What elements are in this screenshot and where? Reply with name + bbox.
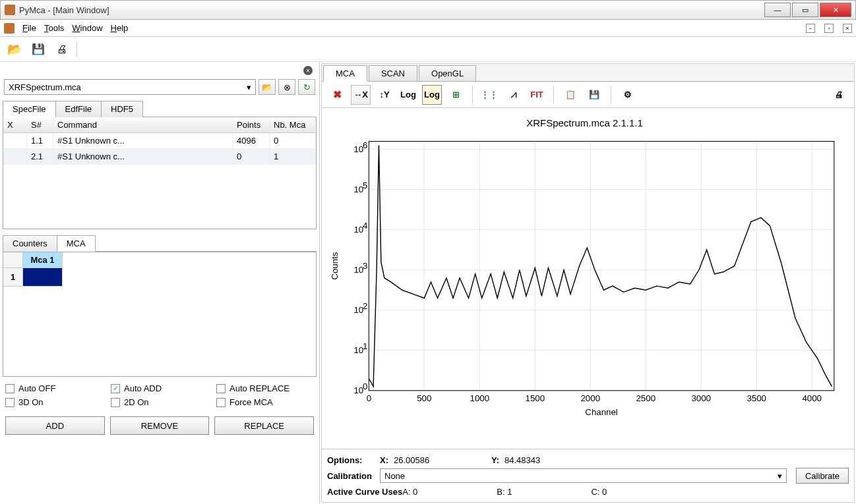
maximize-button[interactable]: ▭ bbox=[792, 3, 818, 17]
app-icon bbox=[5, 5, 15, 15]
close-button[interactable]: ✕ bbox=[820, 3, 851, 17]
clipboard-icon: 📋 bbox=[565, 90, 576, 99]
label-3d-on: 3D On bbox=[18, 397, 44, 407]
file-selector-combo[interactable]: XRFSpectrum.mca ▾ bbox=[4, 79, 256, 95]
log-y-icon: Log bbox=[424, 90, 440, 99]
col-header-points[interactable]: Points bbox=[233, 117, 270, 132]
grid-row-header[interactable]: 1 bbox=[3, 268, 23, 287]
save-button[interactable]: 💾 bbox=[29, 40, 47, 59]
close-file-button[interactable]: ⊗ bbox=[278, 79, 295, 95]
peak-search-button[interactable]: ⩘ bbox=[503, 85, 523, 105]
remove-button[interactable]: REMOVE bbox=[110, 416, 210, 435]
tab-edffile[interactable]: EdfFile bbox=[55, 101, 102, 117]
x-autoscale-button[interactable]: ↔X bbox=[351, 85, 371, 105]
checkbox-auto-off[interactable] bbox=[5, 384, 15, 393]
calibration-select[interactable]: None ▾ bbox=[380, 468, 787, 483]
tab-mca[interactable]: MCA bbox=[57, 235, 96, 252]
print-button[interactable]: 🖨 bbox=[53, 40, 71, 59]
svg-text:Counts: Counts bbox=[330, 252, 340, 279]
save-icon: 💾 bbox=[589, 90, 599, 99]
open-button[interactable]: 📂 bbox=[5, 40, 24, 59]
active-curve-label: Active Curve Uses bbox=[327, 487, 402, 497]
toggle-points-button[interactable]: ⋮⋮ bbox=[479, 85, 499, 105]
save-icon: 💾 bbox=[32, 43, 45, 55]
scan-table: X S# Command Points Nb. Mca 1.1 #S1 Unkn… bbox=[3, 117, 317, 229]
mdi-close-button[interactable]: × bbox=[843, 24, 852, 33]
fit-button[interactable]: FIT bbox=[527, 85, 547, 105]
print-plot-button[interactable]: 🖨 bbox=[829, 85, 849, 105]
spectrum-plot[interactable]: 0500100015002000250030003500400010010110… bbox=[328, 131, 841, 421]
plot-area[interactable]: XRFSpectrum.mca 2.1.1.1 0500100015002000… bbox=[322, 108, 854, 449]
add-button[interactable]: ADD bbox=[5, 416, 105, 435]
svg-text:3000: 3000 bbox=[691, 393, 711, 403]
svg-text:Channel: Channel bbox=[585, 407, 618, 417]
folder-open-icon: 📂 bbox=[262, 82, 272, 92]
chevron-down-icon: ▾ bbox=[247, 82, 251, 92]
checkbox-auto-add[interactable]: ✓ bbox=[111, 384, 120, 393]
svg-text:2: 2 bbox=[363, 301, 367, 311]
open-file-button[interactable]: 📂 bbox=[259, 79, 276, 95]
refresh-icon: ↻ bbox=[303, 82, 311, 92]
cursor-y-label: Y: bbox=[491, 455, 499, 465]
col-header-command[interactable]: Command bbox=[53, 117, 233, 132]
selection-tabs: Counters MCA bbox=[3, 235, 317, 252]
x-arrows-icon: ↔X bbox=[353, 90, 368, 99]
grid-col-header[interactable]: Mca 1 bbox=[23, 252, 63, 268]
cursor-x-label: X: bbox=[380, 455, 388, 465]
peak-icon: ⩘ bbox=[509, 90, 518, 99]
copy-button[interactable]: 📋 bbox=[561, 85, 580, 105]
tab-specfile[interactable]: SpecFile bbox=[3, 101, 56, 117]
tab-scan-plot[interactable]: SCAN bbox=[369, 65, 417, 82]
y-log-button[interactable]: Log bbox=[422, 85, 442, 105]
table-row[interactable]: 2.1 #S1 Unknown c... 0 1 bbox=[3, 149, 316, 165]
reset-zoom-button[interactable]: ✖ bbox=[327, 85, 347, 105]
minimize-button[interactable]: — bbox=[764, 3, 791, 17]
save-plot-button[interactable]: 💾 bbox=[584, 85, 604, 105]
label-auto-add: Auto ADD bbox=[124, 383, 162, 393]
menu-tools[interactable]: Tools bbox=[44, 23, 64, 33]
tab-hdf5[interactable]: HDF5 bbox=[101, 101, 143, 117]
settings-button[interactable]: ⚙ bbox=[618, 85, 638, 105]
fit-icon: FIT bbox=[530, 90, 543, 99]
col-header-nbmca[interactable]: Nb. Mca bbox=[270, 117, 316, 132]
checkbox-force-mca[interactable] bbox=[216, 398, 226, 407]
plot-title: XRFSpectrum.mca 2.1.1.1 bbox=[328, 115, 841, 131]
svg-text:4000: 4000 bbox=[802, 393, 822, 403]
calibration-label: Calibration bbox=[327, 471, 375, 481]
grid-cell-selected[interactable] bbox=[23, 268, 63, 287]
svg-text:0: 0 bbox=[363, 381, 367, 391]
calibrate-button[interactable]: Calibrate bbox=[796, 468, 849, 484]
svg-text:5: 5 bbox=[363, 181, 367, 190]
x-log-button[interactable]: Log bbox=[398, 85, 418, 105]
panel-close-icon[interactable]: × bbox=[303, 66, 313, 75]
checkbox-2d-on[interactable] bbox=[111, 398, 120, 407]
svg-text:4: 4 bbox=[363, 221, 367, 231]
mdi-restore-button[interactable]: ▫ bbox=[824, 24, 834, 33]
file-selector-value: XRFSpectrum.mca bbox=[9, 82, 81, 92]
grid-button[interactable]: ⊞ bbox=[446, 85, 466, 105]
mdi-minimize-button[interactable]: − bbox=[806, 24, 815, 33]
printer-icon: 🖨 bbox=[57, 43, 67, 55]
svg-text:1500: 1500 bbox=[526, 393, 545, 403]
grid-icon: ⊞ bbox=[452, 90, 460, 99]
y-autoscale-button[interactable]: ↕Y bbox=[375, 85, 394, 105]
svg-text:3: 3 bbox=[363, 261, 367, 271]
table-row[interactable]: 1.1 #S1 Unknown c... 4096 0 bbox=[3, 133, 316, 149]
svg-text:500: 500 bbox=[417, 393, 431, 403]
label-auto-replace: Auto REPLACE bbox=[229, 383, 290, 393]
menu-window[interactable]: Window bbox=[72, 23, 102, 33]
tab-mca-plot[interactable]: MCA bbox=[323, 65, 367, 82]
replace-button[interactable]: REPLACE bbox=[214, 416, 314, 435]
menu-file[interactable]: File bbox=[22, 23, 36, 33]
label-2d-on: 2D On bbox=[124, 397, 149, 407]
col-header-s[interactable]: S# bbox=[27, 117, 53, 132]
tab-counters[interactable]: Counters bbox=[3, 235, 57, 252]
menu-help[interactable]: Help bbox=[111, 23, 129, 33]
options-group: Auto OFF ✓Auto ADD Auto REPLACE 3D On 2D… bbox=[3, 377, 317, 414]
source-tabs: SpecFile EdfFile HDF5 bbox=[3, 100, 317, 117]
checkbox-3d-on[interactable] bbox=[5, 398, 15, 407]
refresh-button[interactable]: ↻ bbox=[298, 79, 315, 95]
col-header-x[interactable]: X bbox=[3, 117, 27, 132]
tab-opengl[interactable]: OpenGL bbox=[419, 65, 476, 82]
checkbox-auto-replace[interactable] bbox=[216, 384, 226, 393]
